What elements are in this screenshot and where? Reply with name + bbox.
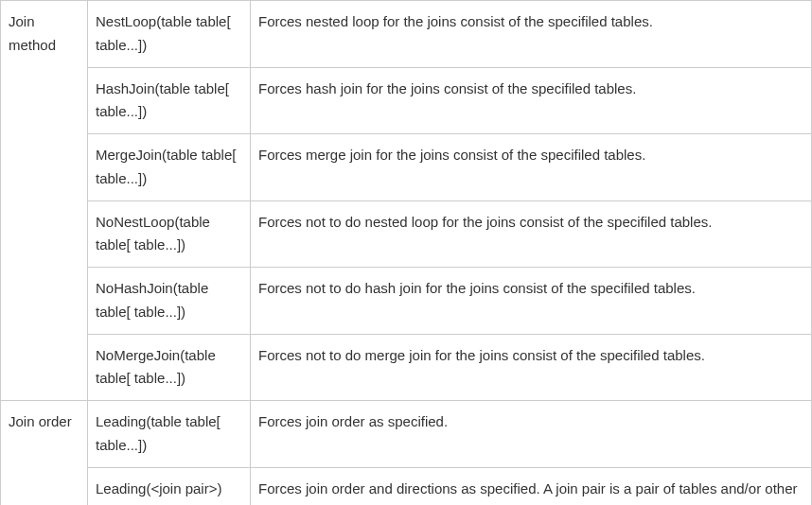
category-cell: Join order xyxy=(1,401,88,506)
description-cell: Forces not to do nested loop for the joi… xyxy=(251,200,812,268)
hint-cell: HashJoin(table table[ table...]) xyxy=(88,67,251,134)
table-row: MergeJoin(table table[ table...])Forces … xyxy=(1,134,812,201)
description-cell: Forces not to do merge join for the join… xyxy=(251,334,812,401)
category-cell: Join method xyxy=(1,1,88,401)
description-cell: Forces hash join for the joins consist o… xyxy=(251,67,812,134)
description-cell: Forces join order and directions as spec… xyxy=(251,467,812,505)
description-cell: Forces not to do hash join for the joins… xyxy=(251,268,812,335)
table-row: Join orderLeading(table table[ table...]… xyxy=(1,401,812,468)
table-row: NoHashJoin(table table[ table...])Forces… xyxy=(1,268,812,335)
hint-cell: Leading(table table[ table...]) xyxy=(88,401,251,468)
hints-table: Join methodNestLoop(table table[ table..… xyxy=(0,0,812,505)
hint-cell: NoHashJoin(table table[ table...]) xyxy=(88,268,251,335)
table-row: Leading(<join pair>)Forces join order an… xyxy=(1,467,812,505)
hint-cell: NoMergeJoin(table table[ table...]) xyxy=(88,334,251,401)
hint-cell: MergeJoin(table table[ table...]) xyxy=(88,134,251,201)
description-cell: Forces nested loop for the joins consist… xyxy=(251,1,812,68)
hint-cell: NestLoop(table table[ table...]) xyxy=(88,1,251,68)
hints-table-body: Join methodNestLoop(table table[ table..… xyxy=(1,1,812,506)
table-row: NoMergeJoin(table table[ table...])Force… xyxy=(1,334,812,401)
description-cell: Forces join order as specified. xyxy=(251,401,812,468)
table-row: Join methodNestLoop(table table[ table..… xyxy=(1,1,812,68)
table-row: HashJoin(table table[ table...])Forces h… xyxy=(1,67,812,134)
hint-cell: Leading(<join pair>) xyxy=(88,467,251,505)
table-row: NoNestLoop(table table[ table...])Forces… xyxy=(1,200,812,268)
hint-cell: NoNestLoop(table table[ table...]) xyxy=(88,200,251,268)
description-cell: Forces merge join for the joins consist … xyxy=(251,134,812,201)
